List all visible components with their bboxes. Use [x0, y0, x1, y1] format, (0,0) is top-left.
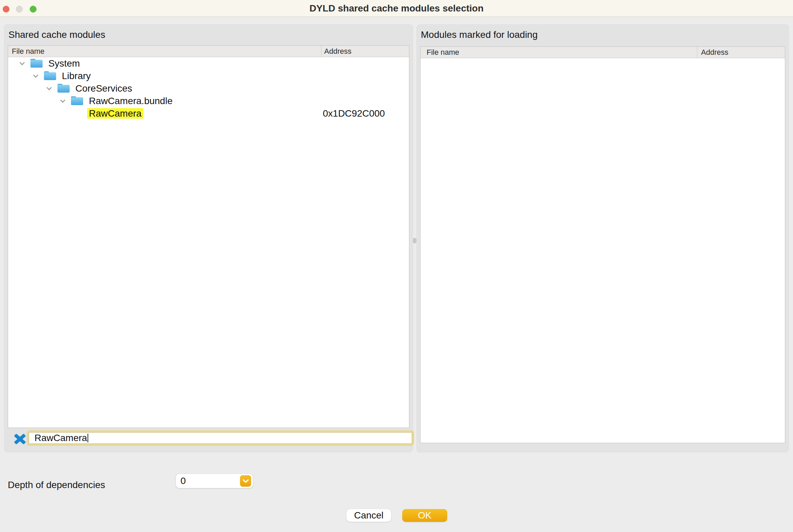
- right-panel-title: Modules marked for loading: [421, 30, 538, 40]
- folder-icon: [71, 96, 83, 105]
- chevron-down-icon[interactable]: [60, 98, 65, 103]
- text-caret: [88, 434, 88, 442]
- cancel-button[interactable]: Cancel: [346, 509, 391, 522]
- left-panel-title: Shared cache modules: [8, 30, 105, 40]
- chevron-down-icon[interactable]: [33, 73, 39, 78]
- chevron-down-icon: [243, 479, 249, 483]
- ok-button[interactable]: OK: [402, 509, 447, 522]
- right-table-header: File name Address: [420, 46, 785, 58]
- column-divider[interactable]: [321, 45, 321, 57]
- tree-row-system[interactable]: System: [8, 57, 409, 70]
- tree-row-rawcamera-bundle[interactable]: RawCamera.bundle: [8, 95, 409, 107]
- shared-cache-modules-panel: Shared cache modules File name Address S…: [4, 24, 413, 452]
- window-title: DYLD shared cache modules selection: [0, 0, 793, 17]
- column-header-file-name[interactable]: File name: [12, 45, 44, 57]
- folder-icon: [44, 71, 56, 80]
- chevron-down-icon[interactable]: [46, 85, 52, 91]
- tree-item-label: RawCamera.bundle: [89, 95, 172, 107]
- tree-item-label: System: [48, 57, 80, 70]
- panel-splitter-handle[interactable]: [413, 238, 416, 243]
- column-header-address[interactable]: Address: [701, 46, 729, 58]
- filter-input-value: RawCamera: [35, 433, 87, 443]
- folder-icon: [31, 59, 43, 68]
- depth-value: 0: [181, 474, 186, 488]
- column-header-file-name[interactable]: File name: [427, 46, 459, 58]
- modules-marked-panel: Modules marked for loading File name Add…: [416, 24, 789, 452]
- marked-modules-table: File name Address: [420, 46, 785, 443]
- shared-modules-table: File name Address SystemLibraryCoreServi…: [8, 45, 409, 428]
- column-header-address[interactable]: Address: [324, 45, 352, 57]
- depth-of-dependencies-label: Depth of dependencies: [8, 480, 105, 490]
- tree-row-coreservices[interactable]: CoreServices: [8, 82, 409, 95]
- filter-focus-ring: RawCamera: [27, 430, 414, 446]
- shared-modules-tree: SystemLibraryCoreServicesRawCamera.bundl…: [8, 57, 409, 428]
- address-cell: 0x1DC92C000: [323, 107, 385, 120]
- tree-item-label: Library: [62, 70, 91, 82]
- chevron-down-icon[interactable]: [20, 60, 25, 65]
- tree-row-rawcamera[interactable]: RawCamera0x1DC92C000: [8, 107, 409, 120]
- combobox-dropdown-button[interactable]: [240, 475, 251, 487]
- folder-icon: [57, 84, 70, 93]
- title-bar: DYLD shared cache modules selection: [0, 0, 793, 17]
- left-table-header: File name Address: [8, 45, 409, 57]
- marked-modules-list: [420, 58, 785, 443]
- filter-input[interactable]: RawCamera: [29, 432, 412, 444]
- tree-item-label: RawCamera: [87, 108, 143, 119]
- dialog-window: DYLD shared cache modules selection Shar…: [0, 0, 793, 532]
- depth-combobox[interactable]: 0: [176, 474, 253, 488]
- clear-filter-icon[interactable]: [14, 434, 26, 444]
- column-divider[interactable]: [697, 46, 697, 58]
- tree-row-library[interactable]: Library: [8, 70, 409, 82]
- tree-item-label: CoreServices: [75, 82, 132, 95]
